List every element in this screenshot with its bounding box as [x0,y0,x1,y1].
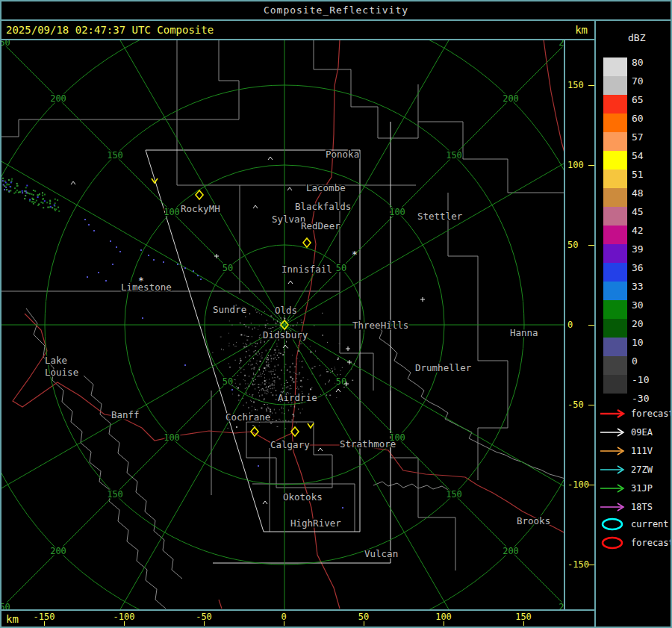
city-label: Hanna [510,327,538,338]
colorbar-swatch [603,57,627,76]
x-axis-tick [364,621,364,626]
colorbar-swatch [603,114,627,132]
city-label: Sundre [213,304,246,315]
city-label: Ponoka [326,149,359,160]
y-axis-tick-label: -150 [567,559,588,570]
x-axis-tick-label: 50 [358,612,369,622]
star-marker-icon: * [352,249,358,260]
colorbar-value-label: 0 [632,356,662,367]
window-title: Composite_Reflectivity [0,0,672,20]
range-ring-label: 200 [503,93,519,104]
colorbar-swatch [603,263,627,282]
colorbar-value-label: 48 [632,188,662,199]
colorbar-swatch [603,207,627,226]
city-label: Lacombe [306,182,346,193]
range-ring-label: 50 [336,376,346,387]
caret-marker-icon [283,345,287,348]
city-label: Drumheller [415,362,472,373]
legend-item-label: 27ZW [631,464,653,475]
y-axis-tick [588,405,594,405]
track-arrow-icon [600,408,628,419]
y-axis-tick-label: -100 [567,479,588,490]
city-label: Okotoks [283,491,323,503]
colorbar-value-label: 45 [632,207,662,217]
border-title-divider [0,19,672,21]
caret-marker-icon [71,181,75,184]
colorbar-swatch [603,226,627,244]
colorbar-value-label: 70 [632,76,662,87]
y-axis-tick [588,485,594,485]
colorbar-swatch [603,319,627,338]
x-axis-tick [284,621,284,626]
colorbar-swatch [603,300,627,319]
range-ring-label: 200 [50,546,66,556]
colorbar-value-label: 39 [632,244,662,255]
range-rings-and-radials [0,40,565,610]
timestamp: 2025/09/18 02:47:37 UTC Composite [6,24,214,36]
range-ring-label: 150 [446,150,462,161]
border-top [0,0,672,1]
colorbar-title: dBZ [628,32,645,43]
scattered-blue-echoes [84,219,343,509]
x-axis-tick-label: 150 [515,612,532,622]
west-mountain-echoes [0,178,60,212]
range-ring-label: 150 [107,489,123,500]
border-left [0,0,1,628]
y-axis-tick [588,165,594,166]
city-label: Airdrie [278,392,317,403]
y-axis-tick [588,85,594,86]
range-ring-label: 100 [389,207,405,217]
y-axis-tick-label: 100 [567,160,588,170]
caret-marker-icon [318,448,323,451]
border-panel-divider [594,20,596,628]
x-axis-tick [124,621,125,626]
range-ring-label: 50 [223,263,233,273]
y-axis-tick-label: 50 [567,240,588,250]
storm-ellipse-icon [600,535,628,550]
colorbar-value-label: 42 [632,226,662,236]
colorbar-swatch [603,282,627,300]
y-axis: 150100500-50-100-150 [565,40,595,610]
city-label: Limestone [121,282,172,293]
window-title-text: Composite_Reflectivity [264,4,408,16]
range-ring-label: 50 [223,376,233,387]
track-arrow-icon [600,483,628,494]
range-ring-label: 50 [336,263,346,273]
y-axis-tick [588,245,594,246]
x-axis-unit-label: km [6,613,19,625]
y-axis-unit-label: km [575,24,588,36]
colorbar-value-label: 65 [632,95,662,105]
track-arrow-icon [600,502,628,512]
track-arrow-icon [600,427,628,438]
border-map-right [564,40,565,610]
x-axis-tick-label: 100 [435,612,452,622]
caret-marker-icon [263,501,267,504]
storm-cell-diamond-icon [196,190,203,199]
range-ring-label: 150 [446,489,462,500]
range-ring-label: 100 [164,207,180,217]
y-axis-tick [588,565,594,565]
colorbar-swatch [603,188,627,207]
x-axis-tick [523,621,524,626]
x-axis-tick [44,621,45,626]
colorbar-value-label: -30 [632,394,662,404]
x-axis-tick-label: -100 [113,612,135,622]
city-label: Innisfail [281,264,332,275]
border-map-bottom [0,609,595,611]
x-axis-tick [204,621,205,626]
city-label: Cochrane [225,411,270,423]
coverage-outline [146,122,391,563]
x-axis-tick-label: -150 [34,612,55,622]
city-label: HighRiver [290,517,341,529]
y-axis-tick-label: -50 [567,400,588,410]
city-label: Brooks [517,515,550,526]
storm-cell-diamond-icon [303,238,311,247]
legend-item-label: 111V [631,446,653,456]
legend-item-track: 18TS [600,500,671,514]
colorbar-value-label: 36 [632,263,662,273]
radar-map: 5050505010010010010015015015015020020020… [0,40,565,610]
city-label: Stettler [417,211,463,222]
caret-marker-icon [336,389,340,392]
range-ring-label: 250 [0,40,10,48]
legend-item-label: forecast [631,408,672,419]
